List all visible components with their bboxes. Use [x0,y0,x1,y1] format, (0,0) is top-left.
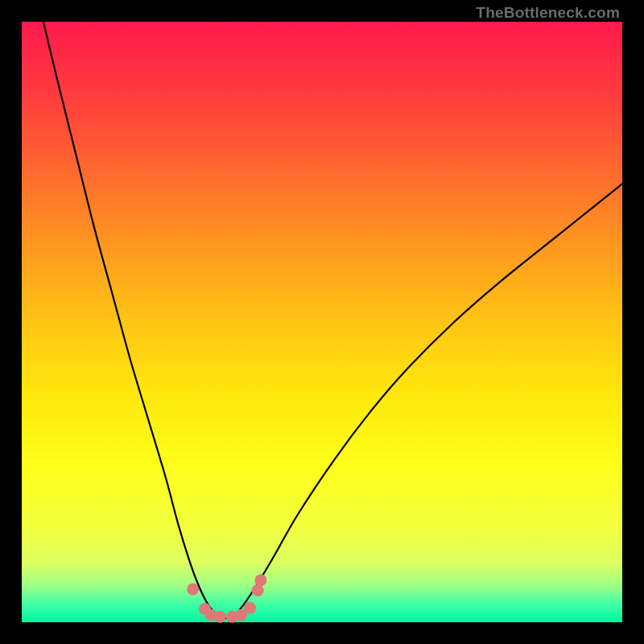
curve-marker [214,611,226,623]
curve-marker [254,574,266,586]
curve-marker [252,584,264,597]
curve-markers [187,574,266,623]
curve-marker [244,602,256,614]
watermark-text: TheBottleneck.com [476,5,620,20]
chart-canvas [22,22,622,622]
bottleneck-curve [43,22,622,618]
curve-marker [187,583,199,595]
